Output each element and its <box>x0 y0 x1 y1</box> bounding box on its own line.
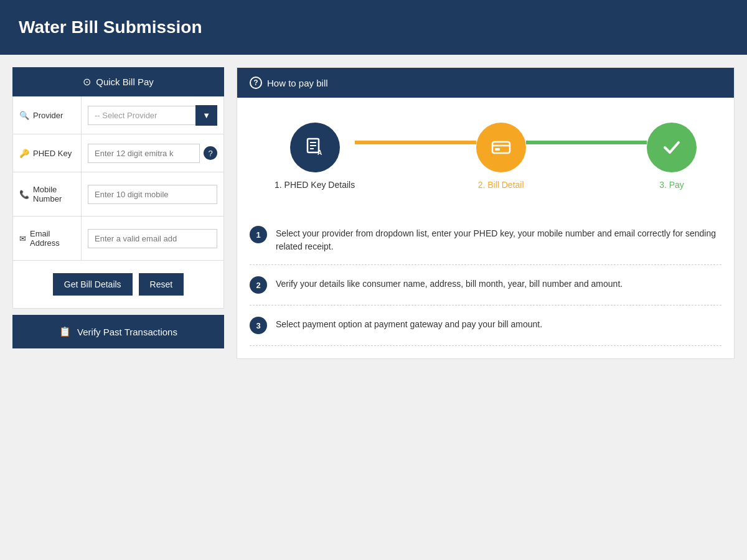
step-3-label: 3. Pay <box>659 180 684 190</box>
form-section: 🔍 Provider -- Select Provider ▼ 🔑 PH <box>12 96 224 261</box>
email-input-wrap <box>82 224 223 253</box>
quick-bill-icon: ⊙ <box>83 76 91 88</box>
step-container: A 1. PHED Key Details <box>275 123 697 190</box>
step-3-icon <box>660 136 683 159</box>
provider-icon: 🔍 <box>19 111 29 120</box>
step-1-label: 1. PHED Key Details <box>275 180 355 190</box>
connector-1 <box>355 141 476 144</box>
instruction-2-text: Verify your details like consumer name, … <box>276 276 622 291</box>
svg-text:A: A <box>317 149 322 156</box>
page-title: Water Bill Submission <box>19 17 728 37</box>
email-icon: ✉ <box>19 234 26 243</box>
phed-row: 🔑 PHED Key ? <box>13 134 223 172</box>
main-content: ⊙ Quick Bill Pay 🔍 Provider -- Select Pr… <box>0 55 747 371</box>
quick-bill-header: ⊙ Quick Bill Pay <box>12 67 224 96</box>
step-2-icon <box>490 136 512 159</box>
verify-icon: 📋 <box>59 326 71 337</box>
get-bill-details-button[interactable]: Get Bill Details <box>53 273 133 296</box>
instruction-1-text: Select your provider from dropdown list,… <box>276 226 721 253</box>
mobile-input[interactable] <box>88 185 217 204</box>
instruction-3: 3 Select payment option at payment gatew… <box>250 306 721 346</box>
select-arrow-icon[interactable]: ▼ <box>195 105 217 126</box>
button-row: Get Bill Details Reset <box>12 261 224 309</box>
mobile-input-wrap <box>82 180 223 209</box>
email-row: ✉ EmailAddress <box>13 217 223 260</box>
how-to-title: How to pay bill <box>267 78 328 88</box>
provider-select-wrap: -- Select Provider ▼ <box>88 105 217 126</box>
provider-select[interactable]: -- Select Provider <box>88 106 196 125</box>
provider-input-wrap: -- Select Provider ▼ <box>82 100 223 131</box>
connector-2 <box>526 141 647 144</box>
quick-bill-title: Quick Bill Pay <box>96 77 154 87</box>
step-3: 3. Pay <box>647 123 697 190</box>
provider-row: 🔍 Provider -- Select Provider ▼ <box>13 96 223 134</box>
step-2-circle <box>476 123 526 172</box>
instruction-3-num: 3 <box>250 317 267 334</box>
reset-button[interactable]: Reset <box>139 273 184 296</box>
instruction-1: 1 Select your provider from dropdown lis… <box>250 215 721 265</box>
svg-rect-5 <box>492 142 510 153</box>
step-1-circle: A <box>290 123 340 172</box>
mobile-icon: 📞 <box>19 190 29 199</box>
phed-icon: 🔑 <box>19 149 29 158</box>
mobile-row: 📞 MobileNumber <box>13 172 223 217</box>
mobile-label: 📞 MobileNumber <box>13 172 82 216</box>
step-2-label: 2. Bill Detail <box>478 180 524 190</box>
instruction-2-num: 2 <box>250 276 267 294</box>
how-to-header: ? How to pay bill <box>237 68 734 98</box>
right-panel: ? How to pay bill A <box>237 67 735 359</box>
steps-visual: A 1. PHED Key Details <box>237 98 734 208</box>
left-panel: ⊙ Quick Bill Pay 🔍 Provider -- Select Pr… <box>12 67 224 359</box>
email-label: ✉ EmailAddress <box>13 217 82 260</box>
svg-rect-7 <box>495 148 500 151</box>
instruction-2: 2 Verify your details like consumer name… <box>250 265 721 306</box>
email-input[interactable] <box>88 229 217 248</box>
provider-label: 🔍 Provider <box>13 96 82 134</box>
how-to-icon: ? <box>250 77 262 89</box>
page-header: Water Bill Submission <box>0 0 747 55</box>
phed-help-icon[interactable]: ? <box>204 146 217 160</box>
step-1-icon: A <box>304 136 326 159</box>
step-3-circle <box>647 123 697 172</box>
instruction-3-text: Select payment option at payment gateway… <box>276 317 542 331</box>
step-2: 2. Bill Detail <box>476 123 526 190</box>
phed-label: 🔑 PHED Key <box>13 134 82 172</box>
instruction-1-num: 1 <box>250 226 267 243</box>
phed-input[interactable] <box>88 144 200 163</box>
phed-input-wrap: ? <box>82 139 223 168</box>
step-1: A 1. PHED Key Details <box>275 123 355 190</box>
verify-past-transactions-button[interactable]: 📋 Verify Past Transactions <box>12 315 224 348</box>
instructions: 1 Select your provider from dropdown lis… <box>237 208 734 358</box>
